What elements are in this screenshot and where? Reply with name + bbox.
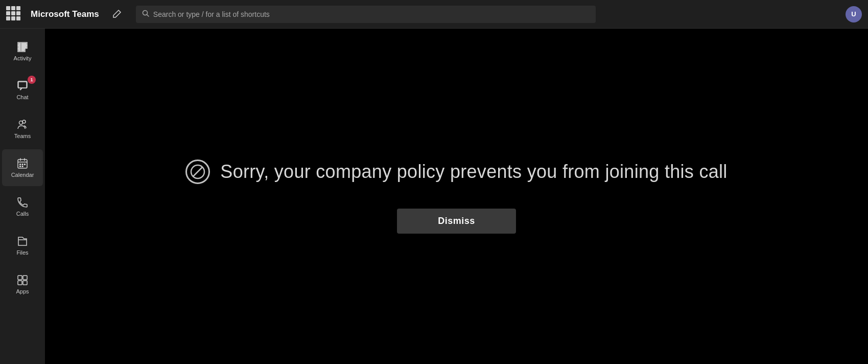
teams-icon <box>16 119 29 131</box>
sidebar-item-files[interactable]: Files <box>2 227 43 264</box>
dismiss-button[interactable]: Dismiss <box>397 209 516 234</box>
svg-rect-18 <box>23 281 27 285</box>
sidebar-item-calls[interactable]: Calls <box>2 188 43 225</box>
search-bar[interactable] <box>136 6 596 23</box>
svg-rect-9 <box>19 164 21 165</box>
sidebar-label-activity: Activity <box>14 55 32 61</box>
activity-icon <box>16 41 29 53</box>
sidebar-label-calendar: Calendar <box>11 172 34 178</box>
sidebar-item-calendar[interactable]: Calendar <box>2 149 43 186</box>
chat-badge: 1 <box>28 76 36 84</box>
policy-blocked-icon <box>185 160 210 184</box>
sidebar-label-calls: Calls <box>16 211 29 217</box>
sidebar-label-chat: Chat <box>16 94 28 100</box>
compose-icon[interactable] <box>109 7 124 21</box>
sidebar-item-apps[interactable]: Apps <box>2 266 43 303</box>
svg-line-1 <box>147 15 149 17</box>
search-input[interactable] <box>153 10 590 18</box>
svg-rect-12 <box>19 166 21 167</box>
svg-point-4 <box>19 121 23 125</box>
search-icon <box>142 10 149 18</box>
svg-rect-15 <box>18 276 22 280</box>
sidebar-item-chat[interactable]: 1 Chat <box>2 72 43 108</box>
apps-icon <box>16 274 29 286</box>
main-content: Sorry, your company policy prevents you … <box>45 29 868 364</box>
files-icon <box>16 235 29 247</box>
sidebar-label-files: Files <box>16 249 28 256</box>
svg-rect-17 <box>18 281 22 285</box>
chat-icon <box>16 80 29 92</box>
grid-icon[interactable] <box>6 6 22 22</box>
error-text: Sorry, your company policy prevents you … <box>220 161 727 183</box>
svg-rect-16 <box>23 276 27 280</box>
svg-line-20 <box>193 167 202 176</box>
main-layout: Activity 1 Chat <box>0 29 868 364</box>
user-avatar[interactable]: U <box>846 6 862 22</box>
sidebar-label-teams: Teams <box>14 133 31 139</box>
sidebar-item-activity[interactable]: Activity <box>2 33 43 70</box>
svg-rect-13 <box>22 166 24 167</box>
svg-rect-11 <box>24 164 26 165</box>
topbar: Microsoft Teams U <box>0 0 868 29</box>
sidebar-label-apps: Apps <box>16 288 29 294</box>
app-title: Microsoft Teams <box>31 9 99 19</box>
svg-rect-2 <box>18 81 27 88</box>
error-message-container: Sorry, your company policy prevents you … <box>185 160 727 184</box>
sidebar: Activity 1 Chat <box>0 29 45 364</box>
calls-icon <box>16 196 29 209</box>
calendar-icon <box>16 157 29 170</box>
sidebar-item-teams[interactable]: Teams <box>2 110 43 147</box>
svg-rect-10 <box>22 164 24 165</box>
